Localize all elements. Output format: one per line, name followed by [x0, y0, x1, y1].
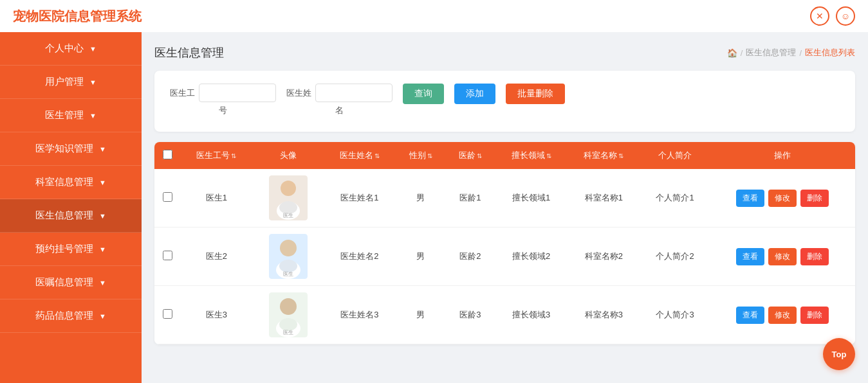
query-button[interactable]: 查询 — [403, 84, 444, 104]
header-icons: ✕ ☺ — [810, 6, 855, 26]
doctor-name-label-top: 医生姓 — [286, 87, 311, 99]
row-age: 医龄1 — [445, 169, 495, 227]
sidebar-item-doctor[interactable]: 医生管理 ▼ — [0, 99, 142, 132]
row-checkbox-cell — [154, 169, 180, 227]
th-checkbox — [154, 142, 180, 169]
edit-button[interactable]: 修改 — [768, 307, 797, 324]
row-name: 医生姓名1 — [324, 169, 396, 227]
row-avatar: 医生 — [253, 286, 324, 344]
sidebar-item-label: 个人中心 — [45, 42, 84, 55]
svg-point-6 — [280, 240, 297, 256]
row-specialty: 擅长领域1 — [495, 169, 568, 227]
close-button[interactable]: ✕ — [810, 6, 829, 26]
select-all-checkbox[interactable] — [163, 150, 172, 159]
row-bio: 个人简介2 — [640, 227, 710, 286]
edit-button[interactable]: 修改 — [768, 248, 797, 265]
page-header: 医生信息管理 🏠 / 医生信息管理 / 医生信息列表 — [154, 45, 855, 60]
svg-point-1 — [281, 181, 296, 196]
table-header-row: 医生工号⇅ 头像 医生姓名⇅ 性别⇅ 医龄⇅ 擅长领域⇅ — [154, 142, 855, 169]
close-icon: ✕ — [816, 11, 824, 21]
delete-button[interactable]: 删除 — [800, 248, 829, 265]
doctor-id-label-top: 医生工 — [170, 87, 195, 99]
sidebar: 个人中心 ▼ 用户管理 ▼ 医生管理 ▼ 医学知识管理 ▼ 科室信息管理 ▼ 医… — [0, 32, 142, 383]
search-row: 医生工 号 医生姓 名 查询 添加 批量删除 — [170, 84, 840, 116]
row-specialty: 擅长领域3 — [495, 286, 568, 344]
doctor-table-container: 医生工号⇅ 头像 医生姓名⇅ 性别⇅ 医龄⇅ 擅长领域⇅ — [154, 142, 855, 344]
sidebar-item-medicine[interactable]: 药品信息管理 ▼ — [0, 299, 142, 333]
sidebar-item-appointment[interactable]: 预约挂号管理 ▼ — [0, 233, 142, 266]
search-panel: 医生工 号 医生姓 名 查询 添加 批量删除 — [154, 71, 855, 132]
th-actions: 操作 — [710, 142, 855, 169]
avatar: 医生 — [269, 234, 308, 279]
doctor-id-input-row: 医生工 — [170, 84, 276, 102]
row-gender: 男 — [396, 286, 445, 344]
row-bio: 个人简介1 — [640, 169, 710, 227]
th-avatar: 头像 — [253, 142, 324, 169]
sidebar-item-knowledge[interactable]: 医学知识管理 ▼ — [0, 132, 142, 166]
row-department: 科室名称1 — [568, 169, 640, 227]
user-button[interactable]: ☺ — [836, 6, 855, 26]
avatar: 医生 — [269, 292, 308, 337]
row-gender: 男 — [396, 227, 445, 286]
chevron-down-icon: ▼ — [99, 279, 106, 287]
doctor-name-input[interactable] — [315, 84, 392, 102]
sidebar-item-label: 药品信息管理 — [35, 310, 93, 322]
action-buttons: 查看 修改 删除 — [716, 248, 849, 265]
breadcrumb-current: 医生信息列表 — [805, 47, 855, 58]
row-checkbox[interactable] — [163, 192, 172, 202]
sidebar-item-department[interactable]: 科室信息管理 ▼ — [0, 166, 142, 199]
sidebar-item-label: 科室信息管理 — [35, 176, 93, 188]
row-checkbox-cell — [154, 286, 180, 344]
view-button[interactable]: 查看 — [736, 248, 764, 265]
action-buttons: 查看 修改 删除 — [716, 190, 849, 207]
sidebar-item-doctor-info[interactable]: 医生信息管理 ▼ — [0, 199, 142, 233]
row-actions: 查看 修改 删除 — [710, 169, 855, 227]
doctor-name-input-row: 医生姓 — [286, 84, 392, 102]
sidebar-item-label: 医生管理 — [45, 109, 84, 121]
delete-button[interactable]: 删除 — [800, 307, 829, 324]
breadcrumb-sep2: / — [799, 48, 802, 58]
row-gender: 男 — [396, 169, 445, 227]
sidebar-item-prescription[interactable]: 医嘱信息管理 ▼ — [0, 266, 142, 299]
row-checkbox[interactable] — [163, 251, 172, 260]
row-age: 医龄3 — [445, 286, 495, 344]
th-name: 医生姓名⇅ — [324, 142, 396, 169]
doctor-id-input[interactable] — [199, 84, 276, 102]
row-actions: 查看 修改 删除 — [710, 227, 855, 286]
sidebar-item-user[interactable]: 用户管理 ▼ — [0, 66, 142, 99]
add-button[interactable]: 添加 — [454, 84, 495, 104]
table-row: 医生1 医生 医生姓名1 男 医龄1 擅长领域1 科室名称1 个人简介1 查看 … — [154, 169, 855, 227]
chevron-down-icon: ▼ — [99, 145, 106, 153]
chevron-down-icon: ▼ — [99, 179, 106, 186]
row-checkbox[interactable] — [163, 309, 172, 319]
sort-icon2: ⇅ — [374, 152, 380, 159]
user-icon: ☺ — [841, 11, 850, 21]
doctor-id-label-bottom: 号 — [170, 105, 276, 116]
chevron-down-icon: ▼ — [99, 212, 106, 220]
row-actions: 查看 修改 删除 — [710, 286, 855, 344]
view-button[interactable]: 查看 — [736, 190, 764, 207]
svg-text:医生: 医生 — [283, 213, 293, 218]
chevron-down-icon: ▼ — [99, 312, 106, 320]
sidebar-item-personal[interactable]: 个人中心 ▼ — [0, 32, 142, 66]
th-gender: 性别⇅ — [396, 142, 445, 169]
scroll-to-top-button[interactable]: Top — [823, 338, 855, 370]
batch-delete-button[interactable]: 批量删除 — [506, 84, 565, 104]
row-department: 科室名称3 — [568, 286, 640, 344]
th-specialty: 擅长领域⇅ — [495, 142, 568, 169]
edit-button[interactable]: 修改 — [768, 190, 797, 207]
sidebar-item-label: 预约挂号管理 — [35, 243, 93, 255]
sort-icon5: ⇅ — [546, 152, 551, 159]
doctor-id-field: 医生工 号 — [170, 84, 276, 116]
action-buttons: 查看 修改 删除 — [716, 307, 849, 324]
delete-button[interactable]: 删除 — [800, 190, 829, 207]
app-title: 宠物医院信息管理系统 — [13, 8, 142, 25]
sort-icon6: ⇅ — [618, 152, 623, 159]
breadcrumb-link-doctor-info[interactable]: 医生信息管理 — [746, 47, 796, 58]
th-doctor-id: 医生工号⇅ — [180, 142, 253, 169]
row-specialty: 擅长领域2 — [495, 227, 568, 286]
svg-point-8 — [279, 260, 297, 272]
home-icon[interactable]: 🏠 — [727, 48, 737, 58]
view-button[interactable]: 查看 — [736, 307, 764, 324]
sort-icon3: ⇅ — [427, 152, 432, 159]
